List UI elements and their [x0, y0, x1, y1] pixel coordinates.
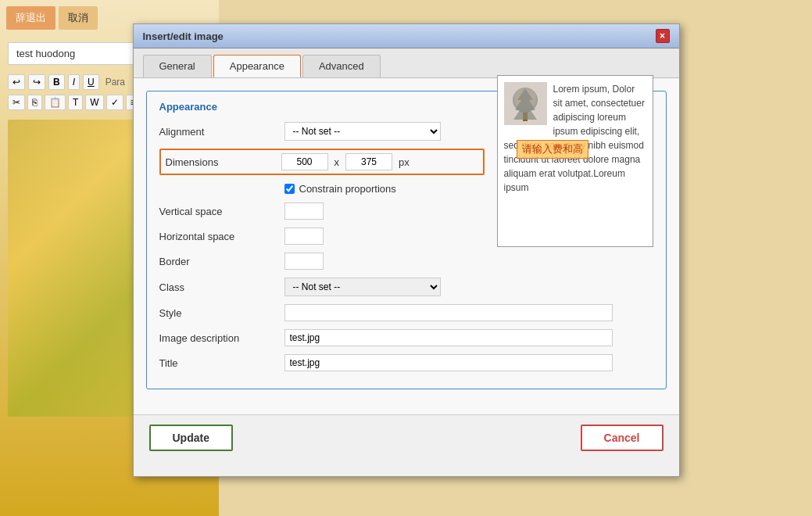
tree-icon — [506, 84, 545, 124]
modal-body: Appearance Lorem ipsum, Dolor sit a — [134, 78, 679, 414]
border-input[interactable] — [284, 253, 324, 270]
border-label: Border — [159, 256, 284, 267]
modal-title: Insert/edit image — [143, 30, 224, 42]
modal-dialog: Insert/edit image × General Appearance A… — [133, 23, 680, 477]
vertical-space-input[interactable] — [284, 202, 324, 220]
class-row: Class -- Not set -- Left Center Right — [159, 278, 653, 296]
tabs-row: General Appearance Advanced — [134, 48, 679, 78]
dimensions-row: Dimensions x px — [159, 149, 485, 175]
alignment-row: Alignment -- Not set -- Left Center Righ… — [159, 122, 485, 141]
tab-appearance[interactable]: Appearance — [213, 55, 301, 77]
class-label: Class — [159, 281, 284, 293]
modal-overlay: Insert/edit image × General Appearance A… — [0, 0, 812, 516]
dimension-separator: x — [334, 156, 340, 168]
preview-area: Lorem ipsum, Dolor sit amet, consectetue… — [497, 75, 653, 247]
style-row: Style — [159, 304, 653, 321]
style-input[interactable] — [284, 304, 613, 321]
border-row: Border — [159, 253, 653, 270]
preview-image — [504, 82, 547, 125]
tab-general[interactable]: General — [143, 55, 212, 77]
style-label: Style — [159, 307, 284, 319]
constrain-label: Constrain proportions — [299, 183, 396, 195]
update-button[interactable]: Update — [149, 425, 233, 451]
image-desc-row: Image description — [159, 329, 653, 346]
horizontal-space-row: Horizontal space — [159, 228, 485, 245]
image-desc-input[interactable] — [284, 329, 613, 346]
alignment-label: Alignment — [159, 126, 284, 138]
class-select[interactable]: -- Not set -- Left Center Right — [284, 278, 441, 296]
modal-close-button[interactable]: × — [656, 29, 670, 43]
vertical-space-row: Vertical space — [159, 202, 485, 220]
modal-titlebar: Insert/edit image × — [134, 24, 679, 48]
cancel-modal-button[interactable]: Cancel — [581, 425, 664, 451]
title-input[interactable] — [284, 354, 613, 371]
title-label: Title — [159, 357, 284, 369]
horizontal-space-label: Horizontal space — [159, 231, 284, 242]
modal-footer: Update Cancel — [134, 414, 679, 460]
width-input[interactable] — [281, 153, 328, 170]
title-row: Title — [159, 354, 653, 371]
alignment-select[interactable]: -- Not set -- Left Center Right Top Midd… — [284, 122, 441, 141]
tab-advanced[interactable]: Advanced — [302, 55, 381, 77]
height-input[interactable] — [345, 153, 392, 170]
vertical-space-label: Vertical space — [159, 206, 284, 217]
constrain-row: Constrain proportions — [284, 183, 485, 195]
image-desc-label: Image description — [159, 332, 284, 344]
appearance-section: Appearance Lorem ipsum, Dolor sit a — [146, 91, 667, 389]
dimension-unit: px — [399, 156, 410, 168]
dimensions-label: Dimensions — [166, 156, 281, 168]
constrain-checkbox[interactable] — [284, 184, 295, 194]
horizontal-space-input[interactable] — [284, 228, 324, 245]
